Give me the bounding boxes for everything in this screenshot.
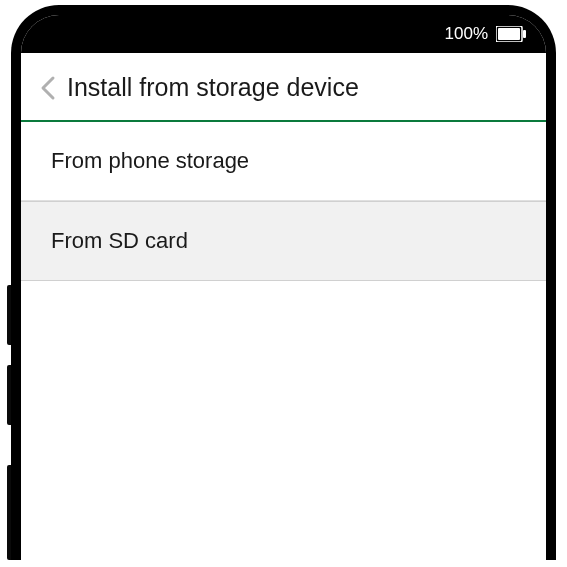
app-header: Install from storage device	[21, 53, 546, 122]
page-title: Install from storage device	[67, 73, 359, 102]
list-item-label: From SD card	[51, 228, 188, 253]
svg-rect-1	[498, 28, 520, 40]
svg-rect-2	[523, 30, 526, 38]
list-item-label: From phone storage	[51, 148, 249, 173]
content-area: Install from storage device From phone s…	[21, 53, 546, 281]
phone-frame: 100% Install from storage device	[11, 5, 556, 560]
phone-side-button	[7, 365, 11, 425]
phone-side-button	[7, 285, 11, 345]
list-item-sd-card[interactable]: From SD card	[21, 201, 546, 281]
list-item-phone-storage[interactable]: From phone storage	[21, 122, 546, 201]
battery-icon	[496, 26, 526, 42]
phone-side-button	[7, 465, 11, 560]
back-icon[interactable]	[39, 75, 57, 101]
status-bar: 100%	[21, 15, 546, 53]
battery-percentage: 100%	[445, 24, 488, 44]
